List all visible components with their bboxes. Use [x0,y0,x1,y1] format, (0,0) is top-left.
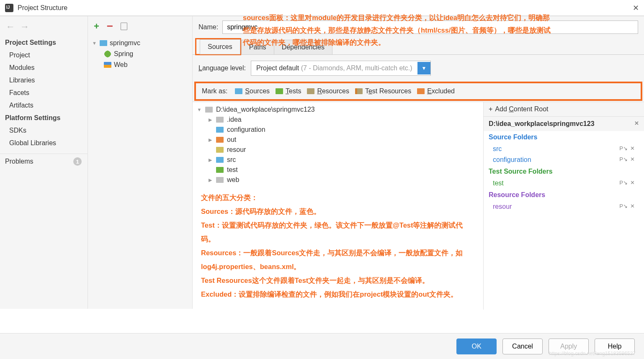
excluded-icon [417,88,425,94]
tree-item[interactable]: ▶src [193,155,483,165]
sidebar-item-modules[interactable]: Modules [0,62,88,74]
expand-icon[interactable]: ▼ [197,107,202,112]
module-root[interactable]: ▼ springmvc [88,38,192,49]
watermark: https://blog.csdn.net/leng15183596537 [549,351,636,356]
folder-icon [216,167,224,173]
mark-as-toolbar: Mark as: Sources Tests Resources Test Re… [194,82,642,101]
expand-icon[interactable]: ▼ [92,41,97,46]
content-area: ▼ D:\idea_workplace\springmvc123 ▶.ideac… [193,102,644,310]
sidebar-item-sdks[interactable]: SDKs [0,124,88,137]
module-tree-panel: + − ▼ springmvc Spring Web [88,16,193,309]
sources-icon [235,88,242,94]
tree-item[interactable]: ▶out [193,135,483,145]
test-resources-icon [355,88,363,94]
cancel-button[interactable]: Cancel [502,338,543,354]
close-icon[interactable]: ✕ [633,3,639,13]
properties-icon: P↘ [619,145,628,153]
tree-item[interactable]: ▶.idea [193,115,483,125]
mark-test-resources-button[interactable]: Test Resources [355,87,411,95]
resources-icon [307,88,314,94]
footer: OK Cancel Apply Help [0,333,644,359]
right-panel: Name: Sources Paths Dependencies Languag… [193,16,644,309]
folder-entry[interactable]: srcP↘✕ [484,144,644,154]
sidebar-item-facets[interactable]: Facets [0,87,88,99]
content-root-path[interactable]: D:\idea_workplace\springmvc123 ✕ [484,117,644,131]
directory-tree: ▼ D:\idea_workplace\springmvc123 ▶.ideac… [193,102,483,310]
annotation-body: 文件的五大分类： Sources：源代码存放的文件，蓝色。 Test：设置测试代… [193,185,483,307]
tree-item[interactable]: ▶web [193,175,483,185]
problems-count-badge: 1 [73,157,82,166]
add-content-root-button[interactable]: + Add Content Root [484,102,644,117]
ok-button[interactable]: OK [456,338,497,354]
mark-excluded-button[interactable]: Excluded [417,87,455,95]
sidebar-item-project[interactable]: Project [0,49,88,62]
folder-group-header: Source Folders [484,131,644,144]
remove-root-icon[interactable]: ✕ [634,120,639,128]
folder-icon [216,157,224,163]
tree-root-row[interactable]: ▼ D:\idea_workplace\springmvc123 [193,105,483,115]
forward-arrow-icon[interactable]: → [20,21,29,32]
expand-icon[interactable]: ▶ [208,157,213,163]
plus-icon: + [489,105,492,113]
mark-tests-button[interactable]: Tests [276,87,301,95]
properties-icon: P↘ [619,203,628,210]
folder-group-header: Resource Folders [484,189,644,201]
window-title: Project Structure [18,4,67,12]
module-tree: ▼ springmvc Spring Web [88,36,192,72]
expand-icon[interactable]: ▶ [208,117,213,123]
chevron-down-icon[interactable]: ▼ [417,62,431,74]
folder-icon [216,147,224,153]
remove-module-icon[interactable]: − [107,20,113,33]
language-level-select[interactable]: Project default (7 - Diamonds, ARM, mult… [251,61,431,76]
properties-icon: P↘ [619,180,628,187]
sidebar-item-global-libraries[interactable]: Global Libraries [0,137,88,149]
sidebar-item-artifacts[interactable]: Artifacts [0,99,88,112]
content-root-panel: + Add Content Root D:\idea_workplace\spr… [483,102,644,310]
nav-arrows: ← → [0,20,88,36]
folder-entry[interactable]: testP↘✕ [484,178,644,189]
expand-icon[interactable]: ▶ [208,177,213,183]
name-label: Name: [198,23,218,31]
module-child-spring[interactable]: Spring [88,49,192,59]
project-settings-header: Project Settings [0,36,88,49]
module-toolbar: + − [88,16,192,36]
mark-resources-button[interactable]: Resources [307,87,349,95]
annotation-top: sources面板：这里对module的开发目录进行文件夹分类，以让idea明白… [243,12,551,49]
module-child-web[interactable]: Web [88,59,192,70]
folder-icon [216,177,224,183]
remove-icon: ✕ [630,145,635,153]
remove-icon: ✕ [630,203,635,210]
back-arrow-icon[interactable]: ← [6,21,15,32]
app-icon [5,4,13,12]
left-sidebar: ← → Project Settings Project Modules Lib… [0,16,88,309]
tests-icon [276,88,283,94]
add-module-icon[interactable]: + [94,21,99,32]
spring-icon [104,50,111,58]
main-area: ← → Project Settings Project Modules Lib… [0,16,644,309]
tree-item[interactable]: resour [193,145,483,155]
mark-sources-button[interactable]: Sources [235,87,270,95]
remove-icon: ✕ [630,180,635,187]
folder-entry[interactable]: resourP↘✕ [484,201,644,212]
mark-as-label: Mark as: [202,87,227,95]
folder-icon [216,137,224,143]
tab-sources-highlight: Sources [195,38,241,55]
tab-sources[interactable]: Sources [200,39,240,54]
properties-icon: P↘ [619,156,628,164]
folder-group-header: Test Source Folders [484,165,644,178]
folder-icon [216,127,224,133]
expand-icon[interactable]: ▶ [208,137,213,143]
tree-item[interactable]: test [193,165,483,175]
platform-settings-header: Platform Settings [0,112,88,124]
sidebar-item-libraries[interactable]: Libraries [0,74,88,87]
web-icon [104,62,111,68]
remove-icon: ✕ [630,156,635,164]
folder-entry[interactable]: configurationP↘✕ [484,154,644,165]
language-level-row: Language level: Project default (7 - Dia… [193,55,644,82]
language-level-label: Language level: [198,64,246,72]
folder-icon [100,40,107,46]
tree-item[interactable]: configuration [193,125,483,135]
copy-module-icon[interactable] [121,23,127,30]
sidebar-item-problems[interactable]: Problems 1 [0,154,88,169]
folder-icon [205,107,213,113]
